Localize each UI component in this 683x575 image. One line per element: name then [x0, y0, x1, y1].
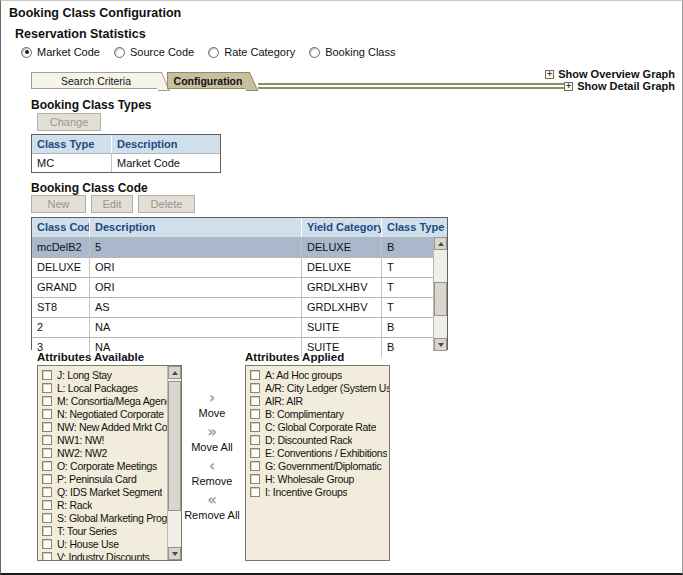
remove-all-button[interactable]: « Remove All: [184, 493, 240, 521]
scrollbar-track[interactable]: [168, 379, 181, 547]
table-scrollbar[interactable]: [433, 237, 447, 351]
list-item[interactable]: R: Rack: [38, 498, 169, 511]
checkbox-icon[interactable]: [42, 552, 52, 562]
move-all-button[interactable]: » Move All: [191, 425, 233, 453]
list-item[interactable]: Q: IDS Market Segment: [38, 485, 169, 498]
checkbox-icon[interactable]: [250, 461, 260, 471]
checkbox-icon[interactable]: [42, 370, 52, 380]
checkbox-icon[interactable]: [250, 409, 260, 419]
scrollbar-thumb[interactable]: [434, 282, 447, 316]
column-header: Class Type: [382, 218, 447, 237]
checkbox-icon[interactable]: [250, 435, 260, 445]
show-overview-graph-link[interactable]: + Show Overview Graph: [545, 68, 675, 80]
list-item[interactable]: I: Incentive Groups: [246, 485, 389, 498]
radio-rate-category[interactable]: Rate Category: [208, 46, 295, 58]
cell-description: Market Code: [112, 154, 220, 172]
list-item-label: AIR: AIR: [265, 395, 303, 407]
move-button[interactable]: › Move: [199, 391, 226, 419]
list-item[interactable]: P: Peninsula Card: [38, 472, 169, 485]
table-row[interactable]: 2 NA SUITE B: [32, 317, 447, 337]
scroll-down-button[interactable]: [168, 547, 181, 560]
show-detail-graph-label: Show Detail Graph: [577, 80, 675, 92]
list-item[interactable]: H: Wholesale Group: [246, 472, 389, 485]
radio-market-code[interactable]: Market Code: [21, 46, 100, 58]
list-item[interactable]: U: House Use: [38, 537, 169, 550]
delete-button[interactable]: Delete: [138, 195, 195, 213]
show-detail-graph-link[interactable]: + Show Detail Graph: [564, 80, 675, 92]
list-item[interactable]: D: Discounted Rack: [246, 433, 389, 446]
checkbox-icon[interactable]: [250, 474, 260, 484]
list-item[interactable]: NW: New Added Mrkt Code: [38, 420, 169, 433]
cell-class-type: MC: [32, 154, 112, 172]
list-item-label: A/R: City Ledger (System Used): [265, 382, 389, 394]
list-item[interactable]: S: Global Marketing Programme: [38, 511, 169, 524]
cell-description: AS: [90, 298, 302, 317]
move-all-chevron-icon: »: [207, 425, 217, 439]
list-item[interactable]: T: Tour Series: [38, 524, 169, 537]
checkbox-icon[interactable]: [42, 539, 52, 549]
checkbox-icon[interactable]: [42, 383, 52, 393]
listbox-scrollbar[interactable]: [167, 366, 181, 560]
list-item-label: J: Long Stay: [57, 369, 112, 381]
scrollbar-track[interactable]: [434, 250, 447, 338]
list-item[interactable]: A: Ad Hoc groups: [246, 368, 389, 381]
radio-label: Booking Class: [325, 46, 395, 58]
booking-class-code-heading: Booking Class Code: [31, 181, 148, 195]
list-item-label: B: Complimentary: [265, 408, 344, 420]
list-item[interactable]: V: Industry Discounts: [38, 550, 169, 561]
checkbox-icon[interactable]: [42, 396, 52, 406]
checkbox-icon[interactable]: [42, 474, 52, 484]
remove-button[interactable]: ‹ Remove: [192, 459, 233, 487]
list-item[interactable]: O: Corporate Meetings: [38, 459, 169, 472]
edit-button[interactable]: Edit: [91, 195, 133, 213]
checkbox-icon[interactable]: [42, 526, 52, 536]
checkbox-icon[interactable]: [250, 448, 260, 458]
scroll-down-button[interactable]: [434, 338, 447, 351]
list-item[interactable]: E: Conventions / Exhibitions: [246, 446, 389, 459]
checkbox-icon[interactable]: [42, 500, 52, 510]
move-all-label: Move All: [191, 441, 233, 453]
cell-class-type: T: [382, 298, 433, 317]
tab-configuration[interactable]: Configuration: [167, 72, 249, 89]
list-item[interactable]: A/R: City Ledger (System Used): [246, 381, 389, 394]
radio-source-code[interactable]: Source Code: [114, 46, 194, 58]
list-item[interactable]: NW2: NW2: [38, 446, 169, 459]
list-item-label: R: Rack: [57, 499, 92, 511]
checkbox-icon[interactable]: [250, 383, 260, 393]
checkbox-icon[interactable]: [250, 370, 260, 380]
list-item-label: P: Peninsula Card: [57, 473, 137, 485]
table-row[interactable]: mcDelB2 5 DELUXE B: [32, 237, 447, 257]
checkbox-icon[interactable]: [42, 448, 52, 458]
checkbox-icon[interactable]: [42, 513, 52, 523]
checkbox-icon[interactable]: [250, 396, 260, 406]
tab-search-criteria[interactable]: Search Criteria: [31, 72, 161, 89]
checkbox-icon[interactable]: [42, 487, 52, 497]
checkbox-icon[interactable]: [42, 409, 52, 419]
new-button[interactable]: New: [31, 195, 86, 213]
change-button[interactable]: Change: [37, 113, 101, 131]
list-item[interactable]: B: Complimentary: [246, 407, 389, 420]
cell-yield-category: DELUXE: [302, 238, 382, 257]
list-item[interactable]: C: Global Corporate Rate: [246, 420, 389, 433]
scroll-up-button[interactable]: [434, 237, 447, 250]
list-item[interactable]: J: Long Stay: [38, 368, 169, 381]
list-item[interactable]: G: Government/Diplomatic: [246, 459, 389, 472]
table-row[interactable]: ST8 AS GRDLXHBV T: [32, 297, 447, 317]
scroll-up-button[interactable]: [168, 366, 181, 379]
list-item[interactable]: NW1: NW!: [38, 433, 169, 446]
table-row[interactable]: DELUXE ORI DELUXE T: [32, 257, 447, 277]
list-item[interactable]: L: Local Packages: [38, 381, 169, 394]
class-codes-table: Class Code Description Yield Category Cl…: [31, 217, 448, 350]
checkbox-icon[interactable]: [250, 487, 260, 497]
list-item[interactable]: AIR: AIR: [246, 394, 389, 407]
checkbox-icon[interactable]: [250, 422, 260, 432]
scrollbar-thumb[interactable]: [168, 381, 181, 511]
table-row[interactable]: GRAND ORI GRDLXHBV T: [32, 277, 447, 297]
checkbox-icon[interactable]: [42, 461, 52, 471]
checkbox-icon[interactable]: [42, 435, 52, 445]
radio-booking-class[interactable]: Booking Class: [309, 46, 395, 58]
list-item[interactable]: M: Consortia/Mega Agencies: [38, 394, 169, 407]
checkbox-icon[interactable]: [42, 422, 52, 432]
list-item[interactable]: N: Negotiated Corporate: [38, 407, 169, 420]
table-row[interactable]: MC Market Code: [32, 153, 220, 172]
